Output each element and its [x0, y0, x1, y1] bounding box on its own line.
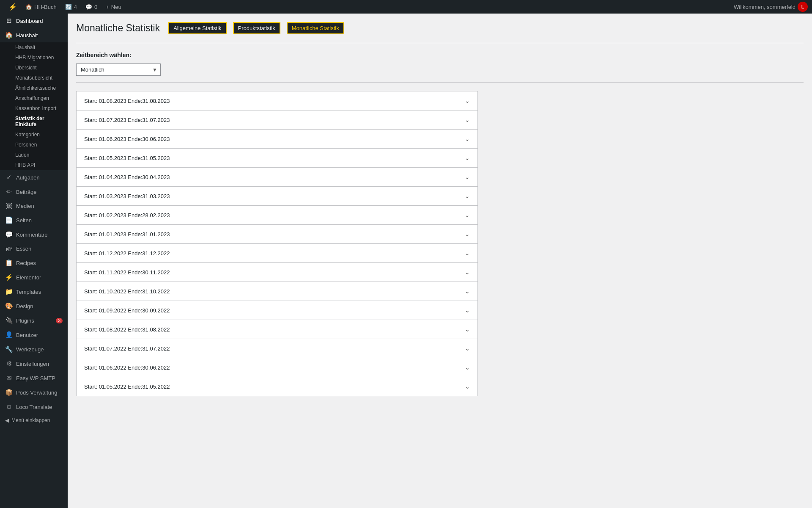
sidebar-label-werkzeuge: Werkzeuge	[16, 346, 44, 353]
accordion-item[interactable]: Start: 01.11.2022 Ende:30.11.2022 ⌄	[76, 262, 478, 282]
accordion-item[interactable]: Start: 01.07.2023 Ende:31.07.2023 ⌄	[76, 110, 478, 130]
werkzeuge-icon: 🔧	[5, 345, 13, 353]
accordion-item[interactable]: Start: 01.05.2023 Ende:31.05.2023 ⌄	[76, 148, 478, 168]
accordion-item[interactable]: Start: 01.02.2023 Ende:28.02.2023 ⌄	[76, 205, 478, 225]
updates-item[interactable]: 🔄 4	[61, 0, 81, 14]
accordion-item[interactable]: Start: 01.10.2022 Ende:31.10.2022 ⌄	[76, 282, 478, 301]
tab-produktstatistik[interactable]: Produktstatistik	[233, 22, 280, 34]
welcome-text: Willkommen, sommerfeld	[734, 4, 796, 10]
accordion-item[interactable]: Start: 01.07.2022 Ende:31.07.2022 ⌄	[76, 339, 478, 358]
sidebar-label-plugins: Plugins	[16, 318, 34, 324]
site-name-item[interactable]: 🏠 HH-Buch	[21, 0, 61, 14]
tab-monatliche-statistik[interactable]: Monatliche Statistik	[287, 22, 344, 34]
accordion-item[interactable]: Start: 01.06.2022 Ende:30.06.2022 ⌄	[76, 358, 478, 377]
main-content: Monatliche Statistik Allgemeine Statisti…	[68, 14, 812, 508]
essen-icon: 🍽	[5, 245, 13, 252]
chevron-down-icon: ⌄	[465, 193, 470, 199]
page-title: Monatliche Statistik	[76, 22, 160, 34]
sidebar-label-beitraege: Beiträge	[16, 189, 36, 195]
chevron-down-icon: ⌄	[465, 231, 470, 237]
sidebar-item-seiten[interactable]: 📄 Seiten	[0, 213, 68, 227]
sidebar-item-recipes[interactable]: 📋 Recipes	[0, 256, 68, 270]
tab-allgemeine-statistik[interactable]: Allgemeine Statistik	[168, 22, 226, 34]
submenu-personen[interactable]: Personen	[0, 140, 68, 150]
submenu-kassenbon[interactable]: Kassenbon Import	[0, 103, 68, 113]
submenu-ähnlichkeitssuche[interactable]: Ähnlichkeitssuche	[0, 83, 68, 93]
submenu-hhb-migrationen[interactable]: HHB Migrationen	[0, 52, 68, 63]
period-select[interactable]: Monatlich Jährlich Wöchentlich	[76, 64, 161, 76]
accordion-item[interactable]: Start: 01.09.2022 Ende:30.09.2022 ⌄	[76, 301, 478, 320]
chevron-down-icon: ⌄	[465, 307, 470, 314]
submenu-ubersicht[interactable]: Übersicht	[0, 63, 68, 73]
accordion-item[interactable]: Start: 01.05.2022 Ende:31.05.2022 ⌄	[76, 377, 478, 396]
accordion-item[interactable]: Start: 01.08.2023 Ende:31.08.2023 ⌄	[76, 91, 478, 110]
sidebar-item-elementor[interactable]: ⚡ Elementor	[0, 270, 68, 284]
submenu-haushalt[interactable]: Haushalt	[0, 42, 68, 52]
aufgaben-icon: ✓	[5, 174, 13, 181]
sidebar-item-plugins[interactable]: 🔌 Plugins 3	[0, 313, 68, 328]
sidebar-item-benutzer[interactable]: 👤 Benutzer	[0, 328, 68, 342]
chevron-down-icon: ⌄	[465, 155, 470, 161]
sidebar-item-haushalt[interactable]: 🏠 Haushalt	[0, 28, 68, 42]
sidebar-item-einstellungen[interactable]: ⚙ Einstellungen	[0, 356, 68, 371]
submenu-kategorien[interactable]: Kategorien	[0, 130, 68, 140]
page-header: Monatliche Statistik Allgemeine Statisti…	[76, 22, 804, 34]
loco-icon: ⊙	[5, 403, 13, 411]
submenu-hhb-api[interactable]: HHB API	[0, 160, 68, 170]
new-label: Neu	[111, 4, 121, 10]
accordion-item[interactable]: Start: 01.08.2022 Ende:31.08.2022 ⌄	[76, 320, 478, 339]
avatar[interactable]: L	[798, 2, 808, 12]
accordion-item[interactable]: Start: 01.01.2023 Ende:31.01.2023 ⌄	[76, 224, 478, 244]
avatar-initials: L	[801, 4, 804, 9]
sidebar-item-aufgaben[interactable]: ✓ Aufgaben	[0, 170, 68, 185]
sidebar-item-werkzeuge[interactable]: 🔧 Werkzeuge	[0, 342, 68, 356]
accordion-item[interactable]: Start: 01.03.2023 Ende:31.03.2023 ⌄	[76, 186, 478, 206]
accordion-item[interactable]: Start: 01.12.2022 Ende:31.12.2022 ⌄	[76, 243, 478, 263]
sidebar-item-beitraege[interactable]: ✏ Beiträge	[0, 185, 68, 199]
accordion-label: Start: 01.05.2023 Ende:31.05.2023	[84, 155, 170, 161]
accordion-item[interactable]: Start: 01.06.2023 Ende:30.06.2023 ⌄	[76, 129, 478, 149]
submenu-statistik[interactable]: Statistik der Einkäufe	[0, 113, 68, 130]
sidebar-label-benutzer: Benutzer	[16, 332, 38, 338]
collapse-label: Menü einklappen	[11, 417, 50, 423]
plugins-badge: 3	[56, 318, 63, 323]
sidebar-item-design[interactable]: 🎨 Design	[0, 299, 68, 313]
site-name: HH-Buch	[34, 4, 57, 10]
chevron-down-icon: ⌄	[465, 174, 470, 180]
chevron-down-icon: ⌄	[465, 116, 470, 123]
submenu-monatsübersicht[interactable]: Monatsübersicht	[0, 73, 68, 83]
adminbar-right: Willkommen, sommerfeld L	[734, 2, 808, 12]
collapse-icon: ◀	[5, 417, 9, 423]
sidebar-item-essen[interactable]: 🍽 Essen	[0, 242, 68, 256]
einstellungen-icon: ⚙	[5, 360, 13, 367]
sidebar-item-medien[interactable]: 🖼 Medien	[0, 199, 68, 213]
design-icon: 🎨	[5, 302, 13, 310]
sidebar-item-easy-wp-smtp[interactable]: ✉ Easy WP SMTP	[0, 371, 68, 385]
plugins-icon: 🔌	[5, 317, 13, 324]
sidebar-item-dashboard[interactable]: ⊞ Dashboard	[0, 14, 68, 28]
accordion-label: Start: 01.08.2022 Ende:31.08.2022	[84, 326, 170, 333]
dashboard-icon: ⊞	[5, 17, 13, 25]
accordion-label: Start: 01.08.2023 Ende:31.08.2023	[84, 98, 170, 104]
wp-logo[interactable]: ⚡	[4, 0, 21, 14]
sidebar-label-recipes: Recipes	[16, 260, 36, 266]
comments-item[interactable]: 💬 0	[81, 0, 102, 14]
submenu-laden[interactable]: Läden	[0, 150, 68, 160]
sidebar-label-aufgaben: Aufgaben	[16, 174, 40, 181]
sidebar-item-loco[interactable]: ⊙ Loco Translate	[0, 400, 68, 414]
menu-collapse-button[interactable]: ◀ Menü einklappen	[0, 414, 68, 427]
submenu-anschaffungen[interactable]: Anschaffungen	[0, 93, 68, 103]
accordion-item[interactable]: Start: 01.04.2023 Ende:30.04.2023 ⌄	[76, 167, 478, 187]
content-separator	[76, 82, 804, 83]
accordion-list: Start: 01.08.2023 Ende:31.08.2023 ⌄ Star…	[76, 91, 478, 396]
sidebar-item-templates[interactable]: 📁 Templates	[0, 284, 68, 299]
sidebar-item-pods[interactable]: 📦 Pods Verwaltung	[0, 385, 68, 400]
sidebar-item-kommentare[interactable]: 💬 Kommentare	[0, 227, 68, 242]
accordion-label: Start: 01.12.2022 Ende:31.12.2022	[84, 250, 170, 257]
new-content-item[interactable]: + Neu	[102, 0, 125, 14]
plus-icon: +	[106, 4, 109, 10]
header-separator	[76, 43, 804, 43]
sidebar-label-essen: Essen	[16, 246, 31, 252]
sidebar-label-smtp: Easy WP SMTP	[16, 375, 55, 381]
haushalt-icon: 🏠	[5, 31, 13, 39]
